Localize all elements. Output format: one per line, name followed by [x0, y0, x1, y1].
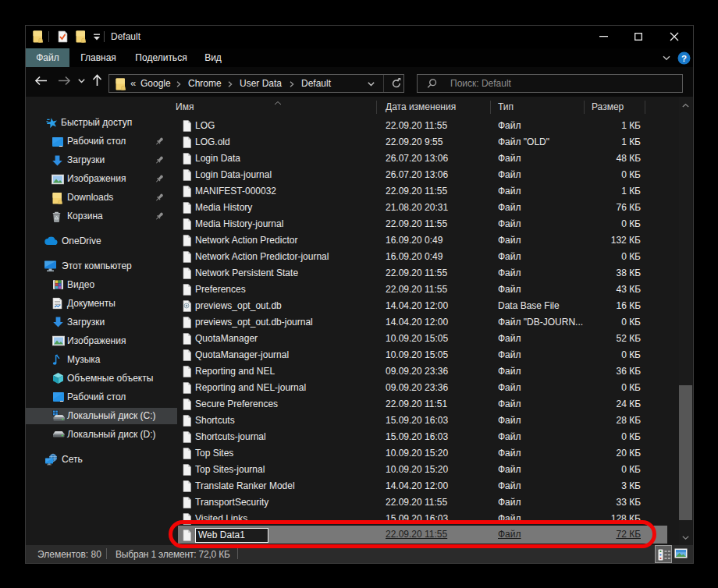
svg-text:?: ?	[681, 54, 687, 63]
